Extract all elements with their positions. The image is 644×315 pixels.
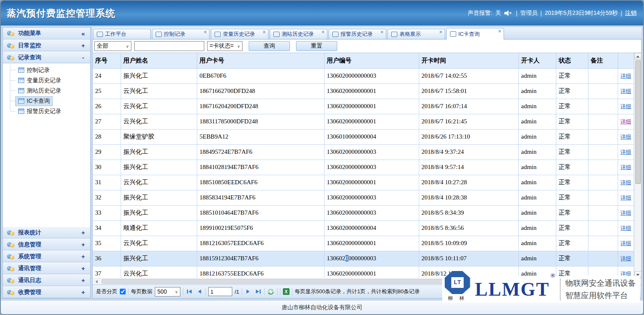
table-row[interactable]: 25云兴化工18671662700DFD24813060200000000012… (93, 83, 634, 99)
sidebar-group-report-stats[interactable]: 报表统计+ (3, 227, 90, 239)
cell-remark (588, 205, 618, 220)
speaker-muted-icon[interactable] (504, 10, 513, 16)
cell-user-name: 顺通化工 (121, 220, 197, 236)
expand-icon[interactable]: + (80, 42, 86, 49)
detail-link[interactable]: 详细 (621, 73, 631, 79)
horizontal-scroll-thumb[interactable] (102, 279, 475, 284)
sidebar-header: 功能菜单 « (3, 28, 90, 39)
sidebar-group-comm-logs[interactable]: 通讯日志+ (3, 274, 90, 286)
next-page-icon[interactable] (245, 288, 252, 295)
table-row[interactable]: 24振兴化工0EB670F613060200000000032018/6/7 1… (93, 68, 634, 83)
table-row[interactable]: 31云兴化工188510850EEDC6AF613060200000000012… (93, 175, 634, 190)
column-header-6: 状态 (556, 53, 588, 68)
close-icon[interactable]: × (498, 29, 501, 33)
detail-link[interactable]: 详细 (621, 103, 631, 109)
detail-link[interactable]: 详细 (621, 255, 631, 262)
table-row[interactable]: 35云兴化工18812163057EEDC6AF6130602000000000… (93, 236, 634, 251)
collapse-icon[interactable]: - (80, 54, 86, 61)
tab-variable-history[interactable]: 变量历史记录× (211, 29, 268, 39)
table-row[interactable]: 30振兴化工18841028194E7B7AF61306020000000003… (93, 160, 634, 175)
card-status-select[interactable]: =卡状态= ∨ (207, 41, 243, 51)
excel-export-icon[interactable]: X (283, 288, 289, 295)
tab-control-records[interactable]: 控制记录× (152, 29, 210, 39)
table-row[interactable]: 34顺通化工1899100219E5075F613060200000000042… (93, 220, 634, 236)
table-row[interactable]: 36振兴化工18815912304E7B7AF61306020000000003… (93, 251, 634, 266)
sidebar-title: 功能菜单 (18, 30, 41, 37)
sidebar-group-daily-monitor[interactable]: 日常监控+ (3, 39, 90, 51)
reset-button[interactable]: 重置 (296, 41, 337, 51)
table-row[interactable]: 27云兴化工188311785000DFD2481306020000000001… (93, 114, 634, 129)
vertical-scroll-thumb[interactable] (635, 60, 641, 184)
close-icon[interactable]: × (322, 30, 324, 34)
expand-icon[interactable]: + (80, 241, 86, 248)
sidebar-collapse-icon[interactable]: « (80, 30, 86, 37)
page-size-select[interactable]: 500 ∨ (155, 287, 180, 296)
expand-icon[interactable]: + (80, 289, 86, 296)
sidebar-tree: 控制记录变量历史记录测站历史记录IC卡查询报警历史记录 (3, 63, 90, 119)
sidebar-group-system-mgmt[interactable]: 系统管理+ (3, 250, 90, 262)
detail-link[interactable]: 详细 (621, 88, 631, 94)
sidebar-item-ic-card-query[interactable]: IC卡查询 (3, 96, 90, 106)
cell-seq: 34 (93, 220, 121, 236)
expand-icon[interactable]: + (80, 253, 86, 260)
expand-icon[interactable]: + (80, 277, 86, 284)
last-page-icon[interactable] (254, 288, 262, 295)
scroll-up-icon[interactable] (635, 53, 642, 60)
sidebar-item-control-records[interactable]: 控制记录 (3, 65, 90, 75)
tab-table-display[interactable]: 表格展示× (387, 29, 445, 39)
tab-station-history[interactable]: 测站历史记录× (270, 29, 327, 39)
sidebar-item-station-history[interactable]: 测站历史记录 (3, 86, 90, 96)
detail-link[interactable]: 详细 (621, 164, 631, 170)
query-button[interactable]: 查询 (249, 41, 290, 51)
table-row[interactable]: 28聚缘堂驴胶5EBB9A1213060100000000042018/6/26… (93, 129, 634, 144)
detail-link[interactable]: 详细 (621, 149, 631, 155)
scroll-left-icon[interactable] (93, 278, 100, 285)
sidebar-group-record-query[interactable]: 记录查询- (3, 51, 90, 63)
prev-page-icon[interactable] (196, 288, 203, 295)
page-size-label: 每页数据 (131, 288, 152, 295)
expand-icon[interactable]: + (80, 265, 86, 272)
group-icon (7, 43, 15, 49)
cell-open-time: 2018/8/5 8:36:56 (419, 220, 518, 236)
group-icon (7, 230, 15, 236)
expand-icon[interactable]: + (80, 229, 86, 236)
detail-link[interactable]: 详细 (621, 225, 631, 231)
filter-type-select[interactable]: 全部 ∨ (94, 41, 131, 51)
table-row[interactable]: 26云兴化工186716204200DFD2481306020000000001… (93, 99, 634, 114)
table-row[interactable]: 29振兴化工188495724E7B7AF6130602000000000320… (93, 144, 634, 160)
paginate-checkbox[interactable] (120, 289, 126, 294)
table-row[interactable]: 33振兴化工18851010464E7B7AF61306020000000003… (93, 205, 634, 220)
refresh-icon[interactable] (267, 288, 275, 295)
table-row[interactable]: 32振兴化工1885834194E7B7AF613060200000000032… (93, 190, 634, 205)
close-icon[interactable]: × (439, 30, 442, 34)
tab-label: 测站历史记录 (282, 30, 314, 38)
sidebar-item-variable-history[interactable]: 变量历史记录 (3, 75, 90, 86)
vertical-scrollbar[interactable] (634, 53, 641, 278)
close-icon[interactable]: × (263, 30, 266, 34)
close-icon[interactable]: × (380, 30, 383, 34)
keyword-input[interactable] (134, 41, 204, 51)
tab-ic-card-query[interactable]: IC卡查询× (446, 28, 504, 39)
first-page-icon[interactable] (186, 288, 193, 295)
logout-link[interactable]: 注销 (625, 9, 637, 17)
sidebar-group-fee-mgmt[interactable]: 收费管理+ (3, 286, 90, 298)
close-icon[interactable]: × (204, 30, 207, 34)
detail-link[interactable]: 详细 (621, 210, 631, 216)
cell-detail: 详细 (618, 99, 634, 114)
detail-link[interactable]: 详细 (621, 134, 631, 140)
cell-seq: 32 (93, 190, 121, 205)
sidebar-group-comm-mgmt[interactable]: 通讯管理+ (3, 262, 90, 274)
sidebar-item-label: 报警历史记录 (27, 108, 61, 115)
detail-link[interactable]: 详细 (621, 240, 631, 246)
cell-status: 正常 (556, 236, 588, 251)
tab-work-platform[interactable]: 工作平台 (93, 29, 151, 39)
detail-link[interactable]: 详细 (621, 195, 631, 201)
detail-link[interactable]: 详细 (621, 118, 631, 125)
detail-link[interactable]: 详细 (621, 179, 631, 185)
tab-alarm-history[interactable]: 报警历史记录× (329, 29, 386, 39)
page-number-input[interactable] (208, 287, 232, 296)
chevron-down-icon: ∨ (173, 290, 178, 294)
sidebar-item-alarm-history[interactable]: 报警历史记录 (3, 106, 90, 116)
tab-label: 报警历史记录 (341, 30, 373, 38)
sidebar-group-info-mgmt[interactable]: 信息管理+ (3, 239, 90, 250)
